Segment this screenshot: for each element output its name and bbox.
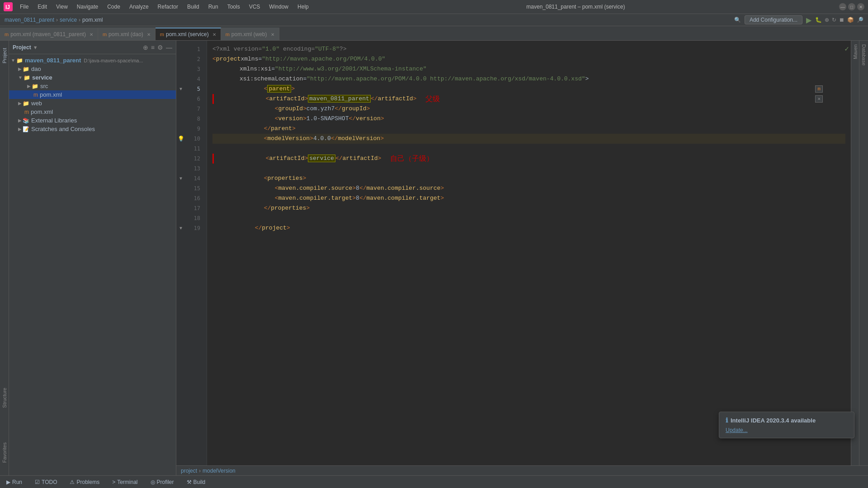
close-button[interactable]: ✕ — [857, 3, 864, 10]
menu-build[interactable]: Build — [184, 3, 203, 11]
tree-service[interactable]: ▼ 📁 service — [9, 73, 176, 82]
extlib-icon: 📚 — [23, 117, 29, 124]
fold-19-icon[interactable]: ▼ — [179, 226, 182, 231]
menu-edit[interactable]: Edit — [34, 3, 51, 11]
close-panel-icon[interactable]: — — [166, 44, 172, 51]
menu-file[interactable]: File — [16, 3, 32, 11]
ln-19: 19 — [185, 223, 203, 233]
profiler-label: Profiler — [157, 479, 174, 485]
scratch-arrow: ▶ — [18, 127, 22, 131]
editor-area: ▼ 💡 ▼ ▼ — [176, 41, 868, 475]
web-arrow: ▶ — [18, 101, 22, 106]
menu-help[interactable]: Help — [294, 3, 312, 11]
bottom-tab-terminal[interactable]: > Terminal — [109, 476, 140, 488]
tab-pom-parent[interactable]: m pom.xml (maven_0811_parent) ✕ — [0, 28, 98, 40]
sidebar-tab-project[interactable]: Project — [1, 44, 8, 67]
maximize-button[interactable]: □ — [848, 3, 855, 10]
root-label: maven_0811_parent — [25, 57, 81, 64]
ln-5: 5 — [185, 84, 203, 94]
tab-close-parent[interactable]: ✕ — [90, 32, 93, 37]
project-panel: Project ▼ ⊕ ≡ ⚙ — ▼ 📁 maven_0811_parent … — [9, 41, 176, 475]
tree-pom-service[interactable]: m pom.xml — [9, 90, 176, 99]
tree-scratches[interactable]: ▶ 📝 Scratches and Consoles — [9, 125, 176, 133]
maven-panel-label[interactable]: Maven — [852, 41, 859, 63]
editor-content[interactable]: ▼ 💡 ▼ ▼ — [176, 41, 868, 465]
coverage-icon[interactable]: ⊕ — [825, 17, 829, 23]
menu-tools[interactable]: Tools — [224, 3, 244, 11]
code-line-1: <?xml version="1.0" encoding="UTF-8"?> — [212, 44, 845, 54]
stop-icon[interactable]: ⏹ — [839, 17, 844, 23]
ln-4: 4 — [185, 74, 203, 84]
collapse-icon[interactable]: ≡ — [151, 44, 155, 51]
ln-18: 18 — [185, 213, 203, 223]
fuji-annotation: 父级 — [425, 94, 440, 104]
tab-pom-dao[interactable]: m pom.xml (dao) ✕ — [98, 28, 156, 40]
bottom-bc-project[interactable]: project — [181, 468, 197, 474]
notification-title: ℹ IntelliJ IDEA 2020.3.4 available — [726, 417, 848, 424]
tree-dao[interactable]: ▶ 📁 dao — [9, 65, 176, 73]
bottom-tab-build[interactable]: ⚒ Build — [184, 476, 208, 488]
tab-close-service[interactable]: ✕ — [212, 32, 216, 37]
menu-run[interactable]: Run — [205, 3, 222, 11]
code-line-4: xsi:schemaLocation="http://maven.apache.… — [212, 74, 845, 84]
run-button[interactable]: ▶ — [806, 16, 811, 24]
search2-icon[interactable]: 🔎 — [857, 17, 863, 23]
sidebar-tab-structure[interactable]: Structure — [1, 384, 8, 412]
tab-icon-web: m — [226, 32, 230, 37]
tree-external-libs[interactable]: ▶ 📚 External Libraries — [9, 116, 176, 125]
bottom-tab-todo[interactable]: ☑ TODO — [32, 476, 60, 488]
tree-web[interactable]: ▶ 📁 web — [9, 99, 176, 108]
bottom-tab-profiler[interactable]: ◎ Profiler — [148, 476, 177, 488]
project-dropdown-icon[interactable]: ▼ — [33, 45, 38, 50]
search-icon[interactable]: 🔍 — [734, 17, 741, 23]
tree-pom-root[interactable]: m pom.xml — [9, 108, 176, 116]
terminal-label: Terminal — [117, 479, 137, 485]
menu-navigate[interactable]: Navigate — [73, 3, 102, 11]
breadcrumb-root[interactable]: maven_0811_parent — [5, 17, 54, 23]
left-sidebar-tabs: Project Structure Favorites — [0, 41, 9, 475]
maven-panel: Maven — [851, 41, 859, 465]
tab-pom-web[interactable]: m pom.xml (web) ✕ — [221, 28, 279, 40]
line1-content: <?xml version="1.0" encoding="UTF-8"?> — [212, 44, 346, 54]
locate-icon[interactable]: ⊕ — [143, 44, 148, 51]
menu-analyze[interactable]: Analyze — [126, 3, 152, 11]
menu-refactor[interactable]: Refactor — [154, 3, 182, 11]
code-line-19: </project> — [212, 223, 845, 233]
menu-view[interactable]: View — [52, 3, 71, 11]
sidebar-tab-favorites[interactable]: Favorites — [1, 439, 8, 466]
minimize-button[interactable]: — — [839, 3, 846, 10]
menu-bar: File Edit View Navigate Code Analyze Ref… — [16, 3, 312, 11]
notification-text: IntelliJ IDEA 2020.3.4 available — [731, 417, 816, 424]
settings-icon[interactable]: ⚙ — [157, 44, 163, 51]
ln-14: 14 — [185, 174, 203, 183]
tree-root[interactable]: ▼ 📁 maven_0811_parent D:\java-maven-spac… — [9, 56, 176, 65]
bottom-bc-modelversion[interactable]: modelVersion — [203, 468, 236, 474]
update-link[interactable]: Update... — [726, 427, 748, 433]
menu-vcs[interactable]: VCS — [245, 3, 264, 11]
titlebar: IJ File Edit View Navigate Code Analyze … — [0, 0, 868, 14]
breadcrumb-service[interactable]: service — [60, 17, 77, 23]
tab-close-dao[interactable]: ✕ — [147, 32, 151, 37]
bottom-tab-run[interactable]: ▶ Run — [4, 476, 25, 488]
menu-window[interactable]: Window — [265, 3, 292, 11]
gutter-4 — [176, 74, 185, 84]
refresh-icon[interactable]: ↻ — [832, 17, 836, 23]
tab-pom-service[interactable]: m pom.xml (service) ✕ — [156, 28, 221, 40]
sdk-icon[interactable]: 📦 — [847, 17, 854, 23]
todo-label: TODO — [42, 479, 57, 485]
project-panel-header: Project ▼ ⊕ ≡ ⚙ — — [9, 41, 176, 54]
fold-14-icon[interactable]: ▼ — [179, 176, 182, 181]
line-numbers: 1 2 3 4 5 6 7 8 9 10 11 12 13 14 15 16 1… — [185, 41, 207, 465]
add-configuration-button[interactable]: Add Configuration... — [745, 15, 802, 24]
database-panel-label[interactable]: Database — [860, 41, 868, 69]
pom-root-label: pom.xml — [31, 108, 53, 115]
tree-src[interactable]: ▶ 📁 src — [9, 82, 176, 90]
tab-close-web[interactable]: ✕ — [271, 32, 274, 37]
error-marker-6 — [212, 94, 214, 104]
debug-icon[interactable]: 🐛 — [815, 17, 822, 23]
fold-5-icon[interactable]: ▼ — [179, 87, 182, 92]
code-editor[interactable]: ✓ <?xml version="1.0" encoding="UTF-8"?>… — [207, 41, 851, 465]
menu-code[interactable]: Code — [104, 3, 124, 11]
scratch-icon: 📝 — [23, 126, 29, 132]
bottom-tab-problems[interactable]: ⚠ Problems — [67, 476, 102, 488]
